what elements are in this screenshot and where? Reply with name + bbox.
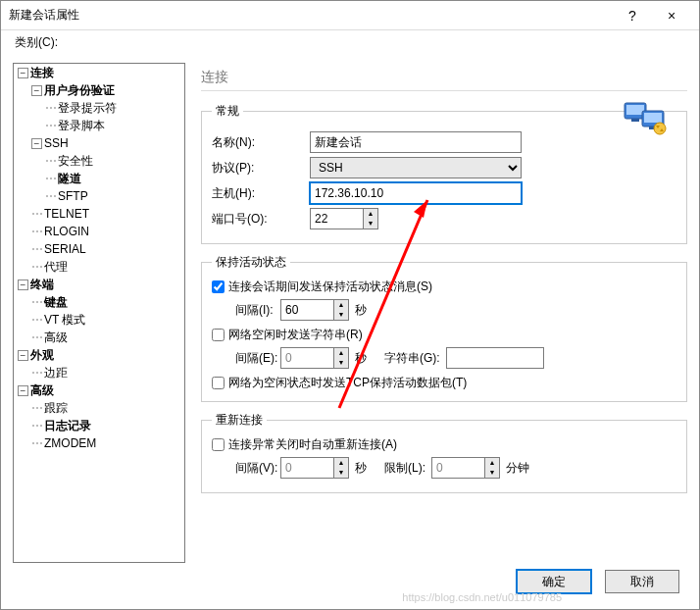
tree-ssh[interactable]: −SSH <box>31 134 184 152</box>
svg-point-6 <box>654 123 666 134</box>
port-spinner[interactable]: ▲▼ <box>310 208 378 229</box>
spin-up-icon[interactable]: ▲ <box>334 300 348 310</box>
name-label: 名称(N): <box>212 134 310 151</box>
unit-sec: 秒 <box>355 460 367 477</box>
tree-terminal[interactable]: −终端 <box>18 276 184 293</box>
spin-down-icon: ▼ <box>334 358 348 368</box>
tree-auth[interactable]: −用户身份验证 <box>31 81 184 99</box>
protocol-select[interactable]: SSH <box>310 157 522 178</box>
computers-icon <box>623 99 670 138</box>
unit-sec: 秒 <box>355 302 367 319</box>
title-bar: 新建会话属性 ? × <box>1 1 699 30</box>
right-panel: 连接 常规 名称(N): 协议(P): SSH 主机(H): <box>185 63 687 563</box>
svg-rect-1 <box>626 105 644 115</box>
unit-min: 分钟 <box>506 460 529 477</box>
interval2-input <box>280 347 333 369</box>
interval1-label: 间隔(I): <box>212 302 280 319</box>
spin-down-icon[interactable]: ▼ <box>334 310 348 320</box>
name-input[interactable] <box>310 131 522 153</box>
rc-interval-label: 间隔(V): <box>212 460 280 477</box>
keepalive-legend: 保持活动状态 <box>212 254 290 271</box>
tree-log[interactable]: ⋯日志记录 <box>31 417 184 434</box>
collapse-icon[interactable]: − <box>18 350 28 361</box>
collapse-icon[interactable]: − <box>18 385 28 396</box>
tree-tunnel[interactable]: ⋯隧道 <box>45 170 184 187</box>
tree-security[interactable]: ⋯安全性 <box>45 152 184 170</box>
tree-proxy[interactable]: ⋯代理 <box>31 258 184 276</box>
tree-zmodem[interactable]: ⋯ZMODEM <box>31 434 184 452</box>
port-input[interactable] <box>310 208 363 229</box>
category-label: 类别(C): <box>1 30 699 55</box>
rc-interval-spinner: ▲▼ <box>280 457 349 479</box>
port-label: 端口号(O): <box>212 211 310 228</box>
general-legend: 常规 <box>212 103 243 120</box>
host-input[interactable] <box>310 182 522 204</box>
help-button[interactable]: ? <box>613 8 652 24</box>
host-label: 主机(H): <box>212 185 310 202</box>
keepalive-group: 保持活动状态 连接会话期间发送保持活动状态消息(S) 间隔(I): ▲▼ 秒 网… <box>201 254 687 402</box>
cancel-button[interactable]: 取消 <box>605 570 679 593</box>
ok-button[interactable]: 确定 <box>517 570 591 593</box>
tree-trace[interactable]: ⋯跟踪 <box>31 399 184 417</box>
interval1-spinner[interactable]: ▲▼ <box>280 299 349 321</box>
tree-serial[interactable]: ⋯SERIAL <box>31 240 184 258</box>
rc-interval-input <box>280 457 333 479</box>
spin-up-icon: ▲ <box>334 348 348 358</box>
svg-rect-2 <box>631 119 639 122</box>
collapse-icon[interactable]: − <box>31 138 42 149</box>
spin-up-icon: ▲ <box>334 458 348 468</box>
tree-connection[interactable]: −连接 <box>18 64 184 81</box>
tree-vtmode[interactable]: ⋯VT 模式 <box>31 311 184 329</box>
tree-login-script[interactable]: ⋯登录脚本 <box>45 117 184 134</box>
tree-advanced1[interactable]: ⋯高级 <box>31 329 184 346</box>
close-button[interactable]: × <box>652 8 691 24</box>
tree-margin[interactable]: ⋯边距 <box>31 364 184 381</box>
collapse-icon[interactable]: − <box>18 68 28 78</box>
reconnect-legend: 重新连接 <box>212 412 267 429</box>
string-label: 字符串(G): <box>384 350 440 367</box>
tree-advanced2[interactable]: −高级 <box>18 381 184 399</box>
unit-sec: 秒 <box>355 350 367 367</box>
general-group: 常规 名称(N): 协议(P): SSH 主机(H): 端口号(O): ▲▼ <box>201 103 687 244</box>
keepalive-send-checkbox[interactable]: 连接会话期间发送保持活动状态消息(S) <box>212 279 676 295</box>
tree-sftp[interactable]: ⋯SFTP <box>45 187 184 205</box>
spin-down-icon[interactable]: ▼ <box>364 219 377 229</box>
auto-reconnect-checkbox[interactable]: 连接异常关闭时自动重新连接(A) <box>212 436 676 453</box>
collapse-icon[interactable]: − <box>18 280 28 290</box>
spin-down-icon: ▼ <box>334 468 348 478</box>
tree-keyboard[interactable]: ⋯键盘 <box>31 293 184 311</box>
category-tree[interactable]: −连接 −用户身份验证 ⋯登录提示符 ⋯登录脚本 −SSH ⋯安全性 ⋯隧道 <box>13 63 185 563</box>
tree-login-prompt[interactable]: ⋯登录提示符 <box>45 99 184 117</box>
reconnect-group: 重新连接 连接异常关闭时自动重新连接(A) 间隔(V): ▲▼ 秒 限制(L):… <box>201 412 687 493</box>
interval2-label: 间隔(E): <box>212 350 280 367</box>
svg-rect-4 <box>644 113 662 123</box>
spin-up-icon: ▲ <box>485 458 499 468</box>
spin-down-icon: ▼ <box>485 468 499 478</box>
panel-title: 连接 <box>201 63 687 91</box>
interval2-spinner: ▲▼ <box>280 347 349 369</box>
string-input <box>446 347 544 369</box>
tree-rlogin[interactable]: ⋯RLOGIN <box>31 223 184 240</box>
tree-telnet[interactable]: ⋯TELNET <box>31 205 184 223</box>
collapse-icon[interactable]: − <box>31 85 42 96</box>
rc-limit-spinner: ▲▼ <box>431 457 500 479</box>
idle-string-checkbox[interactable]: 网络空闲时发送字符串(R) <box>212 327 676 343</box>
protocol-label: 协议(P): <box>212 160 310 177</box>
interval1-input[interactable] <box>280 299 333 321</box>
rc-limit-input <box>431 457 484 479</box>
tcp-keepalive-checkbox[interactable]: 网络为空闲状态时发送TCP保持活动数据包(T) <box>212 375 676 391</box>
tree-appearance[interactable]: −外观 <box>18 346 184 364</box>
window-title: 新建会话属性 <box>9 7 613 24</box>
spin-up-icon[interactable]: ▲ <box>364 209 377 219</box>
limit-label: 限制(L): <box>384 460 425 477</box>
